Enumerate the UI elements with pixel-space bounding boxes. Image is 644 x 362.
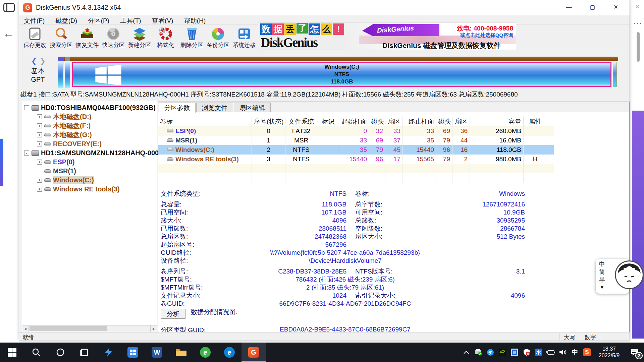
- tree-item-esp[interactable]: + ESP(0): [23, 158, 156, 167]
- scrollbar-thumb[interactable]: [30, 326, 107, 331]
- tree-item-windows-c[interactable]: + Windows(C:): [23, 176, 156, 185]
- tray-power[interactable]: [545, 343, 557, 362]
- partition-icon: [44, 169, 51, 173]
- notification-center-button[interactable]: 2: [625, 343, 644, 362]
- detail-row: 起始扇区号:567296: [158, 241, 547, 249]
- prev-disk-icon[interactable]: ❮: [31, 57, 37, 65]
- task-view-button[interactable]: [72, 343, 97, 362]
- ime-mode-halfwidth[interactable]: 半: [596, 276, 608, 284]
- tab-sector-edit[interactable]: 扇区编辑: [234, 103, 271, 112]
- save-changes-button[interactable]: 保存更改: [22, 26, 48, 53]
- tree-item-local-f[interactable]: + 本地磁盘(F:): [23, 121, 156, 130]
- tab-partition-params[interactable]: 分区参数: [159, 103, 196, 113]
- printer-check-icon: [475, 349, 482, 356]
- disk-tree-panel: - HD0:TOSHIBAMQ04ABF100(932GB) + 本地磁盘(D:…: [22, 101, 157, 332]
- ime-mode-cn[interactable]: 中: [596, 260, 608, 268]
- search-partition-button[interactable]: 搜索分区: [48, 26, 74, 53]
- tray-expand-button[interactable]: [460, 343, 472, 362]
- taskbar-clock[interactable]: 18:37 2022/5/9: [593, 346, 625, 359]
- divider: [158, 199, 547, 199]
- outer-close-icon[interactable]: ✕: [635, 3, 640, 11]
- tree-item-local-g[interactable]: + 本地磁盘(G:): [23, 130, 156, 139]
- disk-icon: [32, 105, 39, 111]
- pinned-app-edge[interactable]: e: [217, 343, 241, 362]
- more-menu-icon[interactable]: ⋯: [633, 18, 642, 28]
- delete-partition-button[interactable]: 删除分区: [179, 26, 205, 53]
- tree-item-windows-re[interactable]: + Windows RE tools(3): [23, 185, 156, 194]
- expand-icon[interactable]: +: [37, 114, 42, 119]
- tree-item-local-d[interactable]: + 本地磁盘(D:): [23, 112, 156, 121]
- back-arrow-icon[interactable]: ←: [3, 26, 15, 40]
- scrollbar-thumb[interactable]: [637, 32, 640, 62]
- partition-bar-windows-c[interactable]: Windows(C:) NTFS 118.0GB: [72, 62, 611, 87]
- tree-horizontal-scrollbar[interactable]: ◂ ▸: [22, 325, 157, 332]
- recover-files-button[interactable]: 恢复文件: [74, 26, 100, 53]
- partition-bar-esp[interactable]: [58, 57, 63, 87]
- divider: [559, 334, 559, 340]
- format-button[interactable]: 格式化: [153, 26, 179, 53]
- close-button[interactable]: ✕: [605, 0, 626, 14]
- tray-snowflake[interactable]: [533, 343, 545, 362]
- next-disk-icon[interactable]: ❯: [40, 57, 46, 65]
- diskgenius-logo-icon: G: [23, 3, 32, 12]
- scroll-left-icon[interactable]: ◂: [22, 325, 29, 332]
- taskbar-diskgenius-active[interactable]: G: [241, 343, 266, 362]
- table-row-esp[interactable]: ESP(0) 0 FAT32 0 32 33 33 69 36 260.0MB: [158, 126, 554, 136]
- sidebar-toggle-icon[interactable]: [3, 3, 15, 12]
- table-row-msr[interactable]: MSR(1) 1 MSR 33 69 37 35 79 44 16.0MB: [158, 136, 554, 145]
- partition-icon: [167, 138, 173, 142]
- expand-icon[interactable]: +: [37, 141, 42, 146]
- pinned-app-word[interactable]: W: [145, 343, 169, 362]
- pinned-app-360-browser[interactable]: e: [193, 343, 217, 362]
- tray-ime-language[interactable]: 中: [569, 343, 581, 362]
- pinned-app-file-explorer[interactable]: [169, 343, 193, 362]
- expand-icon[interactable]: +: [37, 187, 42, 192]
- detail-row: 已用空间:107.1GB 可用空间:10.9GB: [158, 208, 547, 217]
- new-partition-button[interactable]: 新建分区: [126, 26, 153, 53]
- tray-nvidia[interactable]: [496, 343, 508, 362]
- tray-sogou[interactable]: S: [581, 343, 593, 362]
- tree-item-msr[interactable]: MSR(1): [23, 167, 156, 176]
- partition-icon: [44, 124, 51, 127]
- heart-icon[interactable]: ♥: [596, 284, 608, 290]
- tray-dingtalk[interactable]: [484, 343, 496, 362]
- ad-banner[interactable]: 数据丢了怎么! DiskGenius DiskGenius 致电: 400-00…: [258, 22, 516, 50]
- expand-icon[interactable]: +: [37, 160, 42, 165]
- tree-item-recovery-e[interactable]: + RECOVERY(E:): [23, 139, 156, 148]
- banner-qq-link[interactable]: 或点击此处选择QQ咨询: [460, 32, 513, 39]
- banner-tagline: DiskGenius 磁盘管理及数据恢复软件: [382, 41, 500, 50]
- expand-icon[interactable]: +: [37, 178, 42, 183]
- tray-security-shield[interactable]: [521, 343, 533, 362]
- analyze-button[interactable]: 分析: [161, 309, 185, 319]
- pinned-app-store[interactable]: [121, 343, 145, 362]
- quick-partition-button[interactable]: 快速分区: [100, 26, 126, 53]
- collapse-icon[interactable]: -: [24, 105, 29, 110]
- expand-icon[interactable]: +: [37, 123, 42, 128]
- status-numlock: 数字: [585, 334, 596, 341]
- taskbar-search-button[interactable]: [24, 343, 48, 362]
- expand-icon[interactable]: +: [37, 132, 42, 137]
- tree-item-hd1[interactable]: - HD1:SAMSUNGMZNLN128HAHQ-000: [23, 148, 156, 158]
- tab-browse-files[interactable]: 浏览文件: [196, 103, 233, 112]
- tray-intel-graphics[interactable]: [508, 343, 521, 362]
- scroll-right-icon[interactable]: ▸: [150, 325, 157, 332]
- tray-volume[interactable]: [557, 343, 569, 362]
- backup-partition-button[interactable]: 备份分区: [205, 26, 231, 53]
- collapse-icon[interactable]: -: [24, 150, 29, 156]
- tray-printer[interactable]: [472, 343, 484, 362]
- start-button[interactable]: [0, 343, 24, 362]
- tabbar: 分区参数 浏览文件 扇区编辑: [158, 102, 629, 112]
- table-row-windows-c-selected[interactable]: Windows(C:) 2 NTFS 35 79 45 15440 96 16 …: [158, 145, 554, 155]
- table-row-windows-re[interactable]: Windows RE tools(3) 3 NTFS 15440 96 17 1…: [158, 155, 554, 164]
- partition-bar-msr[interactable]: [65, 57, 70, 87]
- maximize-button[interactable]: ▢: [582, 0, 603, 14]
- chevron-up-icon: [464, 351, 469, 354]
- tree-item-hd0[interactable]: - HD0:TOSHIBAMQ04ABF100(932GB): [23, 103, 156, 112]
- ime-mode-simplified[interactable]: 简: [596, 268, 608, 276]
- partition-bar-re-tools[interactable]: [613, 62, 617, 87]
- cortana-button[interactable]: [48, 343, 72, 362]
- pinned-app-flash[interactable]: [97, 343, 121, 362]
- disc-icon: [106, 27, 121, 41]
- system-migrate-button[interactable]: 系统迁移: [231, 26, 257, 53]
- minimize-button[interactable]: —: [558, 0, 579, 14]
